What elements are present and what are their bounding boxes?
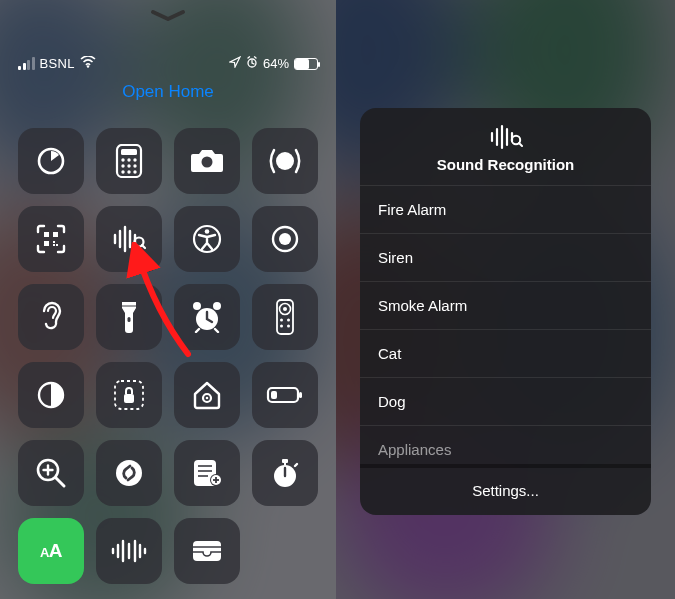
popup-item-appliances[interactable]: Appliances <box>360 425 651 464</box>
battery-low-icon <box>266 385 304 405</box>
popup-options-list: Fire Alarm Siren Smoke Alarm Cat Dog App… <box>360 185 651 464</box>
home-icon <box>191 380 223 410</box>
svg-point-37 <box>213 302 221 310</box>
svg-point-42 <box>283 307 287 311</box>
svg-point-0 <box>86 65 88 67</box>
svg-rect-19 <box>53 241 55 243</box>
signal-icon <box>18 57 35 70</box>
tv-remote-icon <box>276 299 294 335</box>
status-bar: BSNL 64% <box>0 56 336 71</box>
flashlight-tile[interactable] <box>96 284 162 350</box>
svg-point-8 <box>121 164 124 167</box>
svg-rect-79 <box>193 541 221 561</box>
calculator-icon <box>114 144 144 178</box>
svg-point-5 <box>121 158 124 161</box>
svg-point-32 <box>279 233 291 245</box>
svg-point-10 <box>133 164 136 167</box>
popup-title: Sound Recognition <box>360 156 651 173</box>
svg-point-43 <box>280 319 283 322</box>
wallet-tile[interactable] <box>174 518 240 584</box>
popup-header: Sound Recognition <box>360 108 651 185</box>
svg-point-11 <box>121 170 124 173</box>
svg-point-13 <box>133 170 136 173</box>
camera-icon <box>190 148 224 174</box>
record-icon <box>269 223 301 255</box>
stopwatch-icon <box>270 457 300 489</box>
battery-percent: 64% <box>263 56 289 71</box>
accessibility-tile[interactable] <box>174 206 240 272</box>
dark-mode-tile[interactable] <box>18 362 84 428</box>
home-tile[interactable] <box>174 362 240 428</box>
sound-recognition-popup: Sound Recognition Fire Alarm Siren Smoke… <box>360 108 651 515</box>
svg-point-45 <box>280 325 283 328</box>
svg-point-7 <box>133 158 136 161</box>
svg-rect-4 <box>121 149 137 155</box>
text-size-tile[interactable]: AA <box>18 518 84 584</box>
camera-tile[interactable] <box>174 128 240 194</box>
svg-line-86 <box>519 143 522 146</box>
svg-line-39 <box>215 329 218 332</box>
text-size-icon: AA <box>40 540 62 562</box>
chevron-down-icon[interactable] <box>149 8 187 28</box>
svg-point-9 <box>127 164 130 167</box>
accessibility-icon <box>191 223 223 255</box>
timer-icon <box>35 145 67 177</box>
svg-line-38 <box>196 329 199 332</box>
waveform-icon <box>110 539 148 563</box>
guided-access-tile[interactable] <box>96 362 162 428</box>
svg-line-71 <box>295 464 297 466</box>
qr-icon <box>35 223 67 255</box>
notes-quick-tile[interactable] <box>174 440 240 506</box>
shazam-icon <box>113 457 145 489</box>
svg-point-51 <box>206 397 209 400</box>
alarm-tile[interactable] <box>174 284 240 350</box>
popup-settings-button[interactable]: Settings... <box>360 468 651 515</box>
note-plus-icon <box>191 458 223 488</box>
popup-item-fire-alarm[interactable]: Fire Alarm <box>360 185 651 233</box>
control-tiles-grid: AA <box>18 128 318 584</box>
nfc-reader-tile[interactable] <box>252 128 318 194</box>
svg-point-46 <box>287 325 290 328</box>
svg-rect-69 <box>282 459 288 463</box>
location-icon <box>229 56 241 71</box>
svg-rect-20 <box>56 244 58 246</box>
carrier-label: BSNL <box>40 56 75 71</box>
calculator-tile[interactable] <box>96 128 162 194</box>
alarm-icon <box>190 301 224 333</box>
svg-rect-17 <box>53 232 58 237</box>
nfc-icon <box>268 144 302 178</box>
wifi-icon <box>80 56 96 71</box>
magnifier-tile[interactable] <box>18 440 84 506</box>
svg-rect-33 <box>128 317 131 322</box>
low-power-tile[interactable] <box>252 362 318 428</box>
svg-point-36 <box>193 302 201 310</box>
apple-tv-remote-tile[interactable] <box>252 284 318 350</box>
svg-point-14 <box>202 157 213 168</box>
stopwatch-tile[interactable] <box>252 440 318 506</box>
sound-recognition-icon <box>489 124 523 150</box>
open-home-link[interactable]: Open Home <box>122 82 214 102</box>
svg-point-44 <box>287 319 290 322</box>
voice-memos-tile[interactable] <box>96 518 162 584</box>
popup-item-smoke-alarm[interactable]: Smoke Alarm <box>360 281 651 329</box>
svg-rect-49 <box>124 394 134 403</box>
alarm-status-icon <box>246 56 258 71</box>
ear-icon <box>38 300 64 334</box>
svg-rect-21 <box>53 244 55 246</box>
sound-recognition-tile[interactable] <box>96 206 162 272</box>
screen-record-tile[interactable] <box>252 206 318 272</box>
svg-point-30 <box>205 229 210 234</box>
shazam-tile[interactable] <box>96 440 162 506</box>
qr-scan-tile[interactable] <box>18 206 84 272</box>
svg-rect-53 <box>299 392 302 398</box>
control-center-panel: BSNL 64% Open Home <box>0 0 336 599</box>
sound-recognition-icon <box>112 225 146 253</box>
hearing-tile[interactable] <box>18 284 84 350</box>
svg-point-59 <box>116 460 142 486</box>
popup-item-dog[interactable]: Dog <box>360 377 651 425</box>
battery-icon <box>294 58 318 70</box>
popup-item-cat[interactable]: Cat <box>360 329 651 377</box>
timer-tile[interactable] <box>18 128 84 194</box>
popup-item-siren[interactable]: Siren <box>360 233 651 281</box>
svg-rect-40 <box>277 300 293 334</box>
